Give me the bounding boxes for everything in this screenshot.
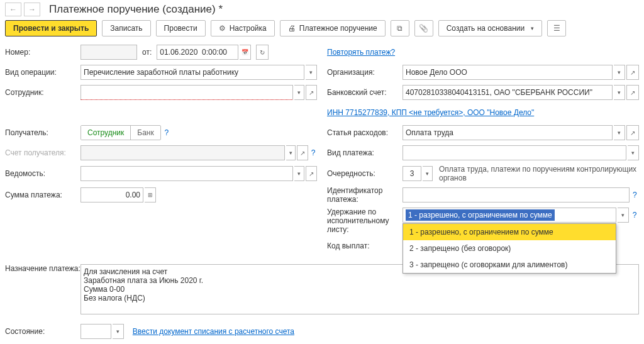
paytype-dd[interactable]: ▾ [628, 145, 639, 160]
withhold-dd[interactable]: ▾ [618, 208, 629, 223]
employee-dd[interactable]: ▾ [294, 85, 304, 100]
number-label: Номер: [5, 48, 80, 57]
expitem-select[interactable]: Оплата труда [402, 125, 613, 140]
writeoff-link[interactable]: Ввести документ списания с расчетного сч… [133, 327, 294, 336]
settings-button[interactable]: Настройка [211, 20, 275, 36]
recacct-input [80, 145, 285, 160]
org-select[interactable]: Новое Дело ООО [402, 65, 613, 80]
amount-label: Сумма платежа: [5, 191, 80, 199]
recacct-label: Счет получателя: [5, 148, 80, 157]
create-based-button[interactable]: Создать на основании [438, 20, 543, 36]
paytype-select[interactable] [402, 145, 626, 160]
optype-select[interactable]: Перечисление заработной платы работнику [80, 65, 304, 80]
gear-icon [219, 24, 226, 33]
expitem-label: Статья расходов: [327, 128, 402, 137]
toggle-bank[interactable]: Банк [130, 126, 160, 140]
optype-dd[interactable]: ▾ [306, 65, 317, 80]
paycodes-label: Код выплат: [327, 241, 402, 250]
recipient-help[interactable]: ? [162, 128, 171, 137]
withhold-dropdown: 1 - разрешено, с ограничением по сумме 2… [402, 223, 616, 274]
tree-icon [397, 24, 402, 33]
post-close-button[interactable]: Провести и закрыть [5, 20, 97, 36]
recacct-ext: ↗ [297, 145, 308, 160]
priority-label: Очередность: [327, 169, 402, 178]
bankacct-select[interactable]: 40702810338040413151, ОАО "СБЕРБАНК РОСС… [402, 85, 613, 100]
state-dd[interactable]: ▾ [113, 324, 124, 339]
priority-text: Оплата труда, платежи по поручениям конт… [439, 165, 639, 182]
withhold-option-1[interactable]: 1 - разрешено, с ограничением по сумме [403, 224, 616, 240]
recacct-help[interactable]: ? [309, 148, 317, 157]
date-ext-button[interactable]: ↻ [256, 45, 269, 60]
date-input[interactable] [157, 45, 238, 60]
purpose-label: Назначение платежа: [5, 264, 80, 273]
state-label: Состояние: [5, 327, 80, 336]
priority-dd[interactable]: ▾ [423, 166, 433, 181]
withhold-option-2[interactable]: 2 - запрещено (без оговорок) [403, 240, 616, 257]
bankacct-dd[interactable]: ▾ [614, 85, 625, 100]
amount-input[interactable] [80, 187, 143, 203]
withhold-label: Удержание по исполнительному листу: [327, 208, 402, 234]
print-button[interactable]: Платежное поручение [280, 20, 386, 36]
recacct-dd: ▾ [286, 145, 296, 160]
payid-label: Идентификатор платежа: [327, 186, 402, 204]
state-select[interactable] [80, 324, 111, 339]
tree-button[interactable] [391, 20, 409, 36]
repeat-link[interactable]: Повторять платеж? [327, 48, 395, 57]
employee-ext[interactable]: ↗ [306, 85, 317, 100]
number-input[interactable] [80, 45, 137, 60]
priority-input[interactable] [402, 166, 421, 181]
expitem-ext[interactable]: ↗ [626, 125, 639, 140]
org-ext[interactable]: ↗ [626, 65, 639, 80]
employee-label: Сотрудник: [5, 88, 80, 97]
write-button[interactable]: Записать [102, 20, 150, 36]
sheet-ext[interactable]: ↗ [306, 166, 317, 181]
paytype-label: Вид платежа: [327, 148, 402, 157]
payid-input[interactable] [402, 187, 630, 203]
page-title: Платежное поручение (создание) * [49, 3, 223, 16]
nav-fwd[interactable]: → [24, 3, 40, 16]
print-icon [288, 24, 296, 33]
post-button[interactable]: Провести [156, 20, 206, 36]
toggle-employee[interactable]: Сотрудник [81, 126, 130, 140]
expitem-dd[interactable]: ▾ [614, 125, 625, 140]
org-dd[interactable]: ▾ [614, 65, 625, 80]
date-cal-button[interactable]: 📅 [240, 45, 251, 60]
sheet-input[interactable] [80, 166, 293, 181]
nav-back[interactable]: ← [5, 3, 21, 16]
withhold-select[interactable]: 1 - разрешено, с ограничением по сумме 1… [402, 208, 616, 223]
sheet-dd[interactable]: ▾ [294, 166, 304, 181]
menu-icon [553, 24, 560, 33]
withhold-help[interactable]: ? [630, 211, 639, 219]
amount-calc[interactable]: ⊞ [145, 187, 156, 203]
clip-icon [419, 24, 428, 33]
optype-label: Вид операции: [5, 68, 80, 77]
payid-help[interactable]: ? [631, 191, 639, 199]
sheet-label: Ведомость: [5, 169, 80, 178]
bankacct-ext[interactable]: ↗ [626, 85, 639, 100]
recipient-toggle[interactable]: Сотрудник Банк [80, 125, 161, 140]
withhold-option-3[interactable]: 3 - запрещено (с оговорками для алименто… [403, 257, 616, 273]
attach-button[interactable] [414, 20, 433, 36]
menu-button[interactable] [547, 20, 566, 36]
from-label: от: [142, 48, 152, 57]
bankinfo-link[interactable]: ИНН 7715277839, КПП <не требуется>, ООО … [327, 108, 534, 117]
recipient-label: Получатель: [5, 128, 80, 137]
org-label: Организация: [327, 68, 402, 77]
employee-input[interactable] [80, 85, 293, 100]
bankacct-label: Банковский счет: [327, 88, 402, 97]
